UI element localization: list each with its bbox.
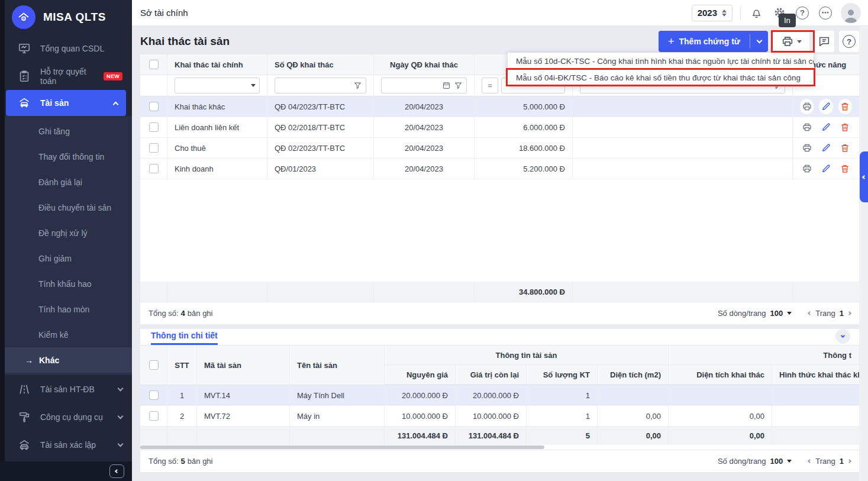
funnel-icon xyxy=(454,81,463,90)
row-checkbox[interactable] xyxy=(149,143,159,153)
submenu-de-nghi-xu-ly[interactable]: Đề nghị xử lý xyxy=(0,220,132,246)
submenu-ghi-tang[interactable]: Ghi tăng xyxy=(0,118,132,144)
sidebar-item-ho-tro-quyet-toan[interactable]: Hỗ trợ quyết toán NEW xyxy=(0,62,132,90)
col-gia-tri-con-lai[interactable]: Giá trị còn lại xyxy=(456,365,527,385)
year-spinner-icon[interactable] xyxy=(722,9,727,17)
user-avatar[interactable] xyxy=(841,3,861,23)
print-row-icon[interactable] xyxy=(800,120,814,135)
table-row[interactable]: Khai thác khác QĐ 04/2023/TT-BTC 20/04/2… xyxy=(140,96,859,117)
row-checkbox[interactable] xyxy=(149,102,159,111)
row-checkbox[interactable] xyxy=(149,411,159,421)
print-dropdown-button[interactable] xyxy=(773,31,809,52)
table-row[interactable]: Liên doanh liên kết QĐ 02/2018/TT-BTC 20… xyxy=(140,117,859,138)
col-dien-tich-khai-thac[interactable]: Diện tích khai thác xyxy=(669,365,772,385)
filter-ngay-input[interactable] xyxy=(381,78,467,93)
delete-row-icon[interactable] xyxy=(838,140,852,156)
submenu-label: Kiểm kê xyxy=(38,330,69,340)
edit-row-icon[interactable] xyxy=(819,120,832,135)
content: Khai thác tài sản + Thêm chứng từ xyxy=(132,26,868,481)
next-page-button[interactable] xyxy=(847,459,851,463)
year-selector[interactable]: 2023 xyxy=(692,5,733,21)
submenu-ghi-giam[interactable]: Ghi giảm xyxy=(0,246,132,271)
help-button[interactable]: ? xyxy=(839,31,859,52)
vertical-scrollbar-rail[interactable] xyxy=(859,26,868,481)
funnel-icon xyxy=(353,81,362,90)
cell-nguyen-gia: 20.000.000 Đ xyxy=(385,385,456,405)
table-row[interactable]: 1 MVT.14 Máy Tính Dell 20.000.000 Đ 20.0… xyxy=(140,385,859,406)
table-row[interactable]: Kinh doanh QĐ/01/2023 20/04/2023 5.200.0… xyxy=(140,159,859,179)
print-row-icon[interactable] xyxy=(800,140,814,156)
add-voucher-button[interactable]: + Thêm chứng từ xyxy=(659,31,750,52)
submenu-dieu-chuyen-tai-san[interactable]: Điều chuyển tài sản xyxy=(0,195,132,220)
filter-so-qd-input[interactable] xyxy=(275,78,366,93)
feedback-button[interactable] xyxy=(814,31,834,52)
submenu-thay-doi-thong-tin[interactable]: Thay đổi thông tin xyxy=(0,144,132,169)
row-checkbox[interactable] xyxy=(149,390,159,400)
print-row-icon[interactable] xyxy=(800,99,814,114)
cell-so-luong-kt: 1 xyxy=(527,406,598,426)
print-menu-item-10d-ck-tsc[interactable]: Mẫu số 10d-CK-TSC - Công khai tình hình … xyxy=(508,53,814,69)
row-checkbox[interactable] xyxy=(149,164,159,173)
select-all-checkbox[interactable] xyxy=(149,360,159,370)
submenu-tinh-khau-hao[interactable]: Tính khấu hao xyxy=(0,271,132,296)
submenu-kiem-ke[interactable]: Kiểm kê xyxy=(0,322,132,347)
expand-panel-tab[interactable] xyxy=(860,151,868,202)
filter-type-select[interactable] xyxy=(175,78,260,93)
page-title: Khai thác tài sản xyxy=(140,35,659,48)
more-icon[interactable]: ⋯ xyxy=(818,5,833,21)
edit-row-icon[interactable] xyxy=(819,99,832,114)
col-ngay-qd[interactable]: Ngày QĐ khai thác xyxy=(374,54,475,75)
cell-ten-tai-san: Máy in xyxy=(290,406,385,426)
col-hinh-thuc-khai-thac[interactable]: Hình thức khai thác khá xyxy=(772,365,859,385)
next-page-button[interactable] xyxy=(847,311,851,315)
sidebar-item-tai-san[interactable]: Tài sản xyxy=(6,90,126,116)
records-label: bản ghi xyxy=(188,309,213,318)
sidebar-item-cong-cu-dung-cu[interactable]: Công cụ dụng cụ xyxy=(0,403,132,431)
prev-page-button[interactable] xyxy=(808,311,812,315)
col-dien-tich[interactable]: Diện tích (m2) xyxy=(598,365,669,385)
edit-row-icon[interactable] xyxy=(819,161,832,176)
col-ma-tai-san[interactable]: Mã tài sản xyxy=(197,346,290,385)
col-ten-tai-san[interactable]: Tên tài sản xyxy=(290,346,385,385)
add-voucher-dropdown-button[interactable] xyxy=(750,31,768,52)
delete-row-icon[interactable] xyxy=(838,120,852,135)
rows-per-page-select[interactable]: 100 xyxy=(770,457,783,466)
submenu-danh-gia-lai[interactable]: Đánh giá lại xyxy=(0,169,132,195)
edit-row-icon[interactable] xyxy=(819,140,832,156)
select-all-checkbox[interactable] xyxy=(149,60,159,69)
tab-thong-tin-chi-tiet[interactable]: Thông tin chi tiết xyxy=(151,331,218,345)
col-khai-thac-tai-chinh[interactable]: Khai thác tài chính xyxy=(167,54,267,75)
submenu-tinh-hao-mon[interactable]: Tính hao mòn xyxy=(0,296,132,322)
col-so-qd[interactable]: Số QĐ khai thác xyxy=(267,54,374,75)
collapse-panel-button[interactable] xyxy=(835,329,850,344)
delete-row-icon[interactable] xyxy=(838,99,852,114)
cell-amount: 18.600.000 Đ xyxy=(475,138,573,158)
cell-stt: 2 xyxy=(167,406,197,426)
help-icon[interactable]: ? xyxy=(795,5,810,21)
print-row-icon[interactable] xyxy=(800,161,814,176)
print-menu-item-04i-dk-tsc[interactable]: Mẫu số 04i-ĐK/TSC - Báo cáo kê khai số t… xyxy=(508,69,814,86)
col-stt[interactable]: STT xyxy=(167,346,197,385)
sidebar-collapse-button[interactable] xyxy=(109,464,124,478)
cell-ma-tai-san: MVT.14 xyxy=(197,385,290,405)
app-logo[interactable]: MISA QLTS xyxy=(0,0,132,34)
sidebar-item-tai-san-xac-lap[interactable]: Tài sản xác lập xyxy=(0,431,132,459)
submenu-khac[interactable]: → Khác xyxy=(0,347,132,373)
row-checkbox[interactable] xyxy=(149,122,159,132)
rows-per-page-select[interactable]: 100 xyxy=(770,309,783,318)
printer-icon xyxy=(781,35,794,48)
add-voucher-split-button[interactable]: + Thêm chứng từ xyxy=(659,31,768,52)
equals-operator[interactable]: = xyxy=(482,78,498,93)
table-row[interactable]: Cho thuê QĐ 02/2023/TT-BTC 20/04/2023 18… xyxy=(140,138,859,159)
table-row[interactable]: 2 MVT.72 Máy in 10.000.000 Đ 10.000.000 … xyxy=(140,406,859,427)
sidebar-item-tong-quan[interactable]: Tổng quan CSDL xyxy=(0,34,132,62)
submenu-label: Đánh giá lại xyxy=(38,177,82,187)
sidebar-item-tai-san-ht-db[interactable]: Tài sản HT-ĐB xyxy=(0,375,132,403)
home-logo-icon xyxy=(12,5,36,29)
bell-icon[interactable] xyxy=(748,5,764,21)
prev-page-button[interactable] xyxy=(808,459,812,463)
col-nguyen-gia[interactable]: Nguyên giá xyxy=(385,365,456,385)
delete-row-icon[interactable] xyxy=(838,161,852,176)
col-so-luong-kt[interactable]: Số lượng KT xyxy=(527,365,598,385)
scrollbar-thumb[interactable] xyxy=(140,446,544,449)
